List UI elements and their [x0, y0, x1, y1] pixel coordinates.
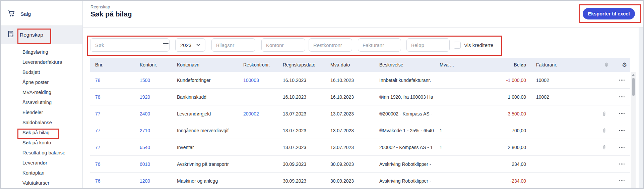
- account-number-link[interactable]: 6010: [135, 161, 172, 167]
- accounting-date: 30.09.2023: [278, 178, 325, 184]
- scroll-up-arrow-icon[interactable]: [632, 74, 635, 76]
- vat-date: 16.10.2023: [325, 94, 374, 100]
- filter-button[interactable]: [162, 39, 169, 51]
- bilag-number-link[interactable]: 77: [90, 111, 135, 116]
- amount: 700,00: [474, 128, 531, 133]
- fakturanr-input[interactable]: [358, 38, 401, 52]
- description: Avskriving Robotklipper -: [374, 178, 435, 184]
- col-fakturanr[interactable]: Fakturanr.: [531, 62, 594, 67]
- search-input[interactable]: [90, 39, 162, 51]
- row-menu-button[interactable]: [614, 130, 630, 131]
- account-number-link[interactable]: 2400: [135, 111, 172, 116]
- sidebar-submenu-item-saldobalanse[interactable]: Saldobalanse: [1, 117, 82, 128]
- bilag-number-link[interactable]: 77: [90, 128, 135, 133]
- table-row: 78 1500 Kundefordringer 100003 16.10.202…: [90, 72, 630, 89]
- col-beskrivelse[interactable]: Beskrivelse: [374, 62, 435, 67]
- vis-krediterte-checkbox[interactable]: [454, 42, 461, 49]
- vat-date: 13.07.2023: [325, 145, 374, 150]
- row-menu-button[interactable]: [614, 80, 630, 81]
- col-mva-dato[interactable]: Mva-dato: [325, 62, 374, 67]
- reskontro-link[interactable]: 200002: [238, 111, 278, 116]
- invoice-number: 10002: [531, 94, 594, 100]
- sidebar-submenu-item-mva-melding[interactable]: MVA-melding: [1, 87, 82, 97]
- bilag-number-link[interactable]: 77: [90, 145, 135, 150]
- account-number-link[interactable]: 1200: [135, 178, 172, 184]
- col-belop[interactable]: Beløp: [474, 62, 531, 67]
- vat-date: 30.09.2023: [325, 161, 374, 167]
- attachment-icon[interactable]: [594, 111, 614, 116]
- sidebar-submenu-item-åpne-poster[interactable]: Åpne poster: [1, 77, 82, 87]
- col-kontonavn[interactable]: Kontonavn: [172, 62, 238, 67]
- breadcrumb[interactable]: Regnskap: [90, 4, 110, 9]
- restkontronr-input[interactable]: [309, 38, 352, 52]
- row-menu-button[interactable]: [614, 96, 630, 98]
- account-number-link[interactable]: 1500: [135, 78, 172, 83]
- sidebar-submenu-item-søk-på-konto[interactable]: Søk på konto: [1, 138, 82, 148]
- cart-icon: [7, 10, 15, 18]
- bilag-number-link[interactable]: 76: [90, 161, 135, 167]
- reskontro-link[interactable]: 100003: [238, 78, 278, 83]
- row-menu-button[interactable]: [614, 163, 630, 165]
- belop-input[interactable]: [406, 38, 450, 52]
- account-number-link[interactable]: 6540: [135, 145, 172, 150]
- account-name: Leverandørgjeld: [172, 111, 238, 116]
- vat-date: 30.09.2023: [325, 178, 374, 184]
- table-header: Bnr. Kontonr. Kontonavn Reskontronr. Reg…: [90, 58, 630, 72]
- col-mva[interactable]: Mva-...: [435, 62, 474, 67]
- sidebar-item-label: Salg: [20, 11, 31, 17]
- row-menu-button[interactable]: [614, 113, 630, 114]
- bilag-number-link[interactable]: 78: [90, 94, 135, 100]
- sidebar-submenu-item-budsjett[interactable]: Budsjett: [1, 67, 82, 77]
- ledger-icon: [7, 30, 15, 40]
- sidebar-submenu-item-resultat-og-balanse[interactable]: Resultat og balanse: [1, 148, 82, 158]
- vertical-scrollbar: [631, 72, 636, 189]
- bilag-number-link[interactable]: 76: [90, 178, 135, 184]
- amount: 2 800,00: [474, 145, 531, 150]
- sidebar-submenu-item-valutakurser[interactable]: Valutakurser: [1, 178, 82, 188]
- table-row: 77 2710 Inngående merverdiavgif 13.07.20…: [90, 122, 630, 139]
- amount: -234,00: [474, 178, 531, 184]
- export-to-excel-button[interactable]: Eksporter til excel: [583, 8, 635, 19]
- accounting-date: 16.10.2023: [278, 94, 325, 100]
- row-menu-button[interactable]: [614, 180, 630, 182]
- scrollbar-thumb[interactable]: [632, 78, 635, 96]
- table-row: 78 1920 Bankinnskudd 16.10.2023 16.10.20…: [90, 89, 630, 105]
- account-name: Avskrivning på transportr: [172, 161, 238, 167]
- year-select[interactable]: 2023: [175, 38, 205, 52]
- bilag-number-link[interactable]: 78: [90, 78, 135, 83]
- attachment-icon[interactable]: [594, 128, 614, 133]
- sidebar-item-salg[interactable]: Salg: [1, 7, 82, 21]
- sidebar-submenu-item-leverandør[interactable]: Leverandør: [1, 158, 82, 168]
- vat-code: 1: [435, 145, 474, 150]
- col-kontonr[interactable]: Kontonr.: [135, 62, 172, 67]
- bilagsnr-input[interactable]: [211, 38, 255, 52]
- description: ®200002 - Kompass AS -: [374, 111, 435, 116]
- sidebar-submenu-item-eiendeler[interactable]: Eiendeler: [1, 107, 82, 117]
- account-number-link[interactable]: 1920: [135, 94, 172, 100]
- sidebar-item-regnskap[interactable]: Regnskap: [1, 26, 82, 44]
- sidebar-submenu-item-leverandørfaktura[interactable]: Leverandørfaktura: [1, 57, 82, 67]
- attachment-icon[interactable]: [594, 145, 614, 150]
- search-control: [90, 38, 170, 52]
- chevron-down-icon: [197, 42, 200, 46]
- description: ®inn 1920, fra 100003 Ha: [374, 94, 435, 100]
- description: ®Mvakode 1 - 25% - 6540: [374, 128, 435, 133]
- account-number-link[interactable]: 2710: [135, 128, 172, 133]
- sidebar-submenu-item-bilagsføring[interactable]: Bilagsføring: [1, 47, 82, 57]
- col-reskontronr[interactable]: Reskontronr.: [238, 62, 278, 67]
- account-name: Maskiner og anlegg: [172, 178, 238, 184]
- table-settings-button[interactable]: ⚙: [614, 61, 630, 68]
- description: Avskriving Robotklipper -: [374, 161, 435, 167]
- row-menu-button[interactable]: [614, 147, 630, 148]
- kontonr-input[interactable]: [261, 38, 305, 52]
- accounting-date: 13.07.2023: [278, 111, 325, 116]
- sidebar-submenu-item-kontoplan[interactable]: Kontoplan: [1, 168, 82, 178]
- gear-icon: ⚙: [622, 61, 627, 68]
- sidebar-submenu-item-søk-på-bilag[interactable]: Søk på bilag: [1, 128, 82, 138]
- col-bnr[interactable]: Bnr.: [90, 62, 135, 67]
- sidebar-submenu-item-årsavslutning[interactable]: Årsavslutning: [1, 97, 82, 107]
- table-row: 76 6010 Avskrivning på transportr 30.09.…: [90, 156, 630, 173]
- amount: -1 000,00: [474, 78, 531, 83]
- right-margin: [639, 28, 644, 189]
- col-regnskapsdato[interactable]: Regnskapsdato: [278, 62, 325, 67]
